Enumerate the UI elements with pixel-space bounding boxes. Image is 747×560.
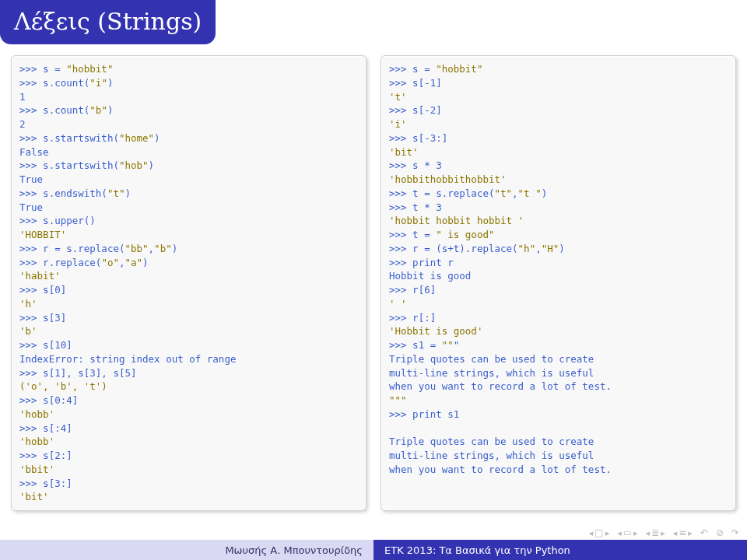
slide: Λέξεις (Strings) >>> s = "hobbit" >>> s.…	[0, 0, 747, 560]
nav-undo-icon[interactable]: ↶	[700, 527, 708, 538]
nav-section-back-icon[interactable]: ◂≣▸	[646, 527, 665, 538]
nav-redo-icon[interactable]: ↷	[731, 527, 739, 538]
nav-subsection-icon[interactable]: ◂≡▸	[673, 527, 693, 538]
footer-author: Μωυσής Α. Μπουντουρίδης	[0, 540, 374, 560]
right-code-box: >>> s = "hobbit" >>> s[-1] 't' >>> s[-2]…	[381, 55, 736, 511]
left-code-box: >>> s = "hobbit" >>> s.count("i") 1 >>> …	[11, 55, 366, 511]
nav-search-icon[interactable]: ⊘	[716, 527, 724, 538]
nav-slide-back-icon[interactable]: ◂□▸	[589, 527, 609, 538]
footer: Μωυσής Α. Μπουντουρίδης ΕΤΚ 2013: Τα Βασ…	[0, 540, 747, 560]
footer-title: ΕΤΚ 2013: Τα Βασικά για την Python	[374, 540, 747, 560]
nav-icons: ◂□▸ ◂▭▸ ◂≣▸ ◂≡▸ ↶ ⊘ ↷	[589, 527, 739, 538]
nav-frame-back-icon[interactable]: ◂▭▸	[617, 527, 637, 538]
content-area: >>> s = "hobbit" >>> s.count("i") 1 >>> …	[0, 44, 747, 511]
slide-title: Λέξεις (Strings)	[0, 0, 216, 44]
